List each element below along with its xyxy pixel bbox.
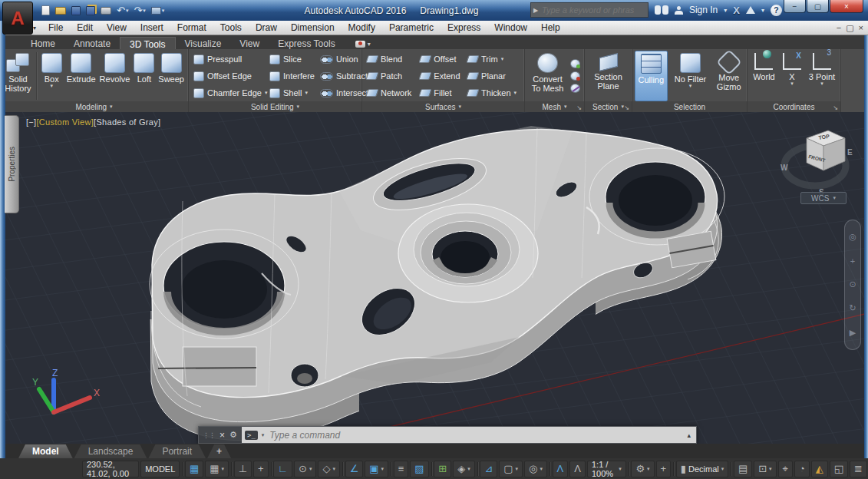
chevron-down-icon[interactable]: ▾ xyxy=(467,466,470,472)
dynamic-input-toggle[interactable]: + xyxy=(253,461,269,477)
planar-button[interactable]: Planar xyxy=(467,69,520,83)
annotation-visibility-toggle[interactable]: Λ xyxy=(553,461,569,477)
world-ucs-button[interactable]: World xyxy=(750,51,778,101)
fillet-button[interactable]: Fillet xyxy=(420,86,462,100)
chevron-down-icon[interactable]: ▾ xyxy=(721,466,724,472)
ucs-3point-button[interactable]: 3 Point ▾ xyxy=(806,51,838,101)
dialog-launcher-icon[interactable]: ↘ xyxy=(624,104,629,111)
annotation-monitor-toggle[interactable]: + xyxy=(656,461,672,477)
menu-window[interactable]: Window xyxy=(487,22,534,33)
wcs-dropdown[interactable]: WCS ▾ xyxy=(800,192,847,204)
intersect-button[interactable]: Intersect xyxy=(320,86,368,100)
object-snap-tracking-toggle[interactable]: ∠ xyxy=(345,461,364,477)
transparency-toggle[interactable]: ▨ xyxy=(410,461,428,477)
command-close-icon[interactable]: × xyxy=(219,430,225,441)
chevron-down-icon[interactable]: ▾ xyxy=(309,466,312,472)
move-gizmo-button[interactable]: MoveGizmo xyxy=(713,51,744,101)
binoculars-icon[interactable] xyxy=(655,5,668,15)
close-button[interactable]: × xyxy=(830,0,863,13)
chevron-down-icon[interactable]: ▾ xyxy=(769,466,772,472)
trim-button[interactable]: Trim▾ xyxy=(467,52,520,66)
save-as-button[interactable] xyxy=(86,4,95,18)
chevron-down-icon[interactable]: ▾ xyxy=(833,195,836,201)
menu-dimension[interactable]: Dimension xyxy=(284,22,342,33)
doc-restore-button[interactable]: ▢ xyxy=(846,23,853,32)
menu-draw[interactable]: Draw xyxy=(249,22,284,33)
chevron-down-icon[interactable]: ▾ xyxy=(126,8,129,14)
ucs-x-button[interactable]: X ▾ xyxy=(781,51,803,101)
viewport-minus-control[interactable]: [−] xyxy=(26,117,36,127)
application-menu-button[interactable]: A xyxy=(2,2,33,35)
menu-view[interactable]: View xyxy=(100,22,134,33)
snap-mode-toggle[interactable]: ▦▾ xyxy=(205,461,229,477)
a360-icon[interactable] xyxy=(746,6,755,14)
command-prompt-button[interactable]: >_ xyxy=(245,431,258,440)
customization-button[interactable]: ≣ xyxy=(850,461,867,477)
orbit-icon[interactable]: ↻ xyxy=(849,303,856,313)
object-snap-toggle[interactable]: ▣▾ xyxy=(365,461,388,477)
exchange-apps-icon[interactable]: X xyxy=(733,5,740,16)
chevron-down-icon[interactable]: ▾ xyxy=(820,81,823,86)
gizmo-toggle[interactable]: ◎▾ xyxy=(524,461,547,477)
annotation-scale-button[interactable]: 1:1 / 100%▾ xyxy=(587,461,626,477)
command-grip-handle[interactable]: ⋮⋮ xyxy=(203,431,215,439)
polar-tracking-toggle[interactable]: ⊙▾ xyxy=(294,461,316,477)
units-button[interactable]: ▮Decimal▾ xyxy=(676,461,728,477)
search-box[interactable]: ▶ xyxy=(530,2,649,18)
panel-label-selection[interactable]: Selection xyxy=(632,101,747,112)
workspace-switch-button[interactable]: ▾ xyxy=(151,4,165,18)
restore-button[interactable]: ▢ xyxy=(807,0,829,13)
tab-annotate[interactable]: Annotate xyxy=(64,37,120,49)
dynamic-ucs-toggle[interactable]: ⊿ xyxy=(480,461,497,477)
chevron-down-icon[interactable]: ▾ xyxy=(33,25,36,31)
loft-button[interactable]: Loft xyxy=(132,51,156,101)
chevron-down-icon[interactable]: ▾ xyxy=(162,8,165,14)
tab-3d-tools[interactable]: 3D Tools xyxy=(120,37,175,49)
recent-commands-icon[interactable]: ▴ xyxy=(687,431,693,439)
pan-icon[interactable]: + xyxy=(850,256,855,266)
isolate-objects-button[interactable]: ⌖ xyxy=(778,461,793,477)
zoom-icon[interactable]: ⊙ xyxy=(849,279,856,289)
tab-express-tools[interactable]: Express Tools xyxy=(269,37,344,49)
section-plane-button[interactable]: SectionPlane xyxy=(587,51,629,101)
chevron-down-icon[interactable]: ▾ xyxy=(305,90,308,96)
smooth-more-icon[interactable] xyxy=(570,59,580,68)
isometric-drafting-toggle[interactable]: ◇▾ xyxy=(318,461,340,477)
no-filter-button[interactable]: No Filter ▾ xyxy=(672,51,709,101)
clean-screen-button[interactable]: ◱ xyxy=(830,461,848,477)
menu-insert[interactable]: Insert xyxy=(134,22,170,33)
menu-modify[interactable]: Modify xyxy=(342,22,382,33)
workspace-switching-button[interactable]: ⚙▾ xyxy=(631,461,654,477)
chevron-down-icon[interactable]: ▾ xyxy=(381,466,384,472)
chevron-down-icon[interactable]: ▾ xyxy=(619,466,622,472)
model-space-button[interactable]: MODEL xyxy=(140,461,180,477)
dialog-launcher-icon[interactable]: ↘ xyxy=(833,104,838,111)
tab-visualize[interactable]: Visualize xyxy=(176,37,231,49)
chevron-down-icon[interactable]: ▾ xyxy=(50,84,53,88)
doc-minimize-button[interactable]: − xyxy=(837,23,841,32)
panel-label-section[interactable]: Section▾ ↘ xyxy=(585,101,632,112)
panel-label-modeling[interactable]: Modeling▾ xyxy=(0,101,188,112)
smooth-less-icon[interactable] xyxy=(570,71,580,81)
ortho-mode-toggle[interactable]: ∟ xyxy=(273,461,292,477)
doc-close-button[interactable]: × xyxy=(859,23,863,32)
search-input[interactable] xyxy=(540,5,635,15)
chevron-down-icon[interactable]: ▾ xyxy=(516,466,519,472)
minimize-button[interactable]: − xyxy=(784,0,806,13)
extrude-button[interactable]: Extrude xyxy=(65,51,97,101)
culling-button[interactable]: Culling xyxy=(635,51,668,101)
menu-help[interactable]: Help xyxy=(534,22,567,33)
drawing-viewport[interactable]: Z Y X [−][Custom View][Shades of Gray] W… xyxy=(0,112,868,444)
quick-properties-toggle[interactable]: ▤ xyxy=(734,461,752,477)
presspull-button[interactable]: Presspull xyxy=(193,52,264,66)
showmotion-icon[interactable]: ▶ xyxy=(850,328,856,338)
hardware-acceleration-button[interactable]: ◔ xyxy=(794,461,810,477)
plot-button[interactable] xyxy=(101,4,111,18)
grid-display-toggle[interactable]: ▦ xyxy=(185,461,203,477)
navigation-wheel-icon[interactable]: ◎ xyxy=(849,232,856,242)
open-file-button[interactable] xyxy=(55,4,66,18)
undo-button[interactable]: ↶▾ xyxy=(117,4,128,18)
graphics-performance-button[interactable]: ◭ xyxy=(811,461,828,477)
chevron-down-icon[interactable]: ▾ xyxy=(514,90,517,96)
lineweight-toggle[interactable]: ≡ xyxy=(394,461,409,477)
